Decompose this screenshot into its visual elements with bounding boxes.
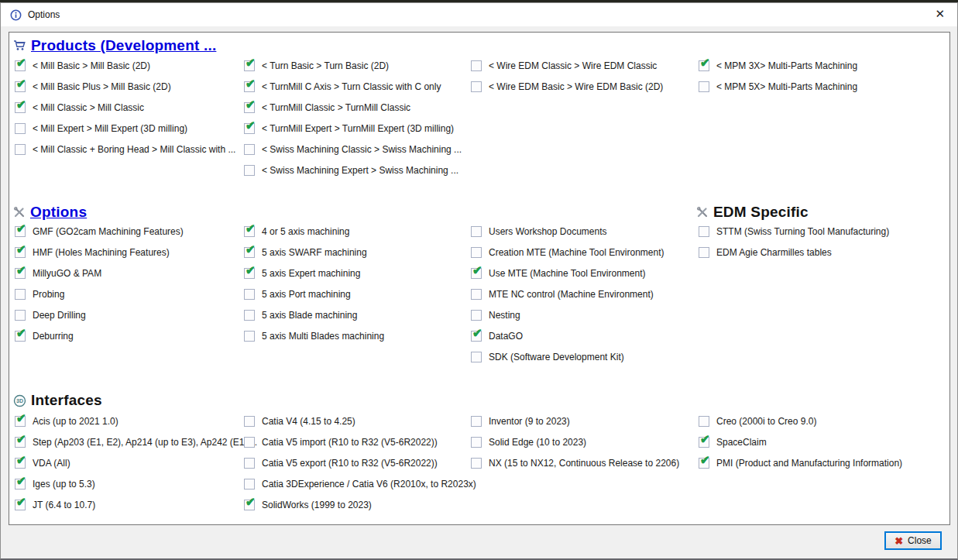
checkbox-row[interactable]: Iges (up to 5.3) (15, 473, 257, 494)
checkbox-checked[interactable] (471, 331, 482, 342)
checkbox-unchecked[interactable] (471, 289, 482, 300)
checkbox-row[interactable]: < MPM 5X> Multi-Parts Machining (699, 76, 857, 97)
checkbox-unchecked[interactable] (699, 416, 709, 427)
checkbox-checked[interactable] (15, 102, 26, 113)
checkbox-row[interactable]: Catia V4 (4.15 to 4.25) (244, 411, 476, 431)
checkbox-unchecked[interactable] (699, 226, 709, 237)
checkbox-unchecked[interactable] (15, 144, 26, 155)
checkbox-row[interactable]: DataGO (471, 325, 664, 346)
checkbox-row[interactable]: Creo (2000i to Creo 9.0) (699, 411, 902, 431)
checkbox-checked[interactable] (15, 331, 26, 342)
checkbox-checked[interactable] (244, 500, 255, 510)
checkbox-row[interactable]: Step (Ap203 (E1, E2), Ap214 (up to E3), … (15, 431, 257, 452)
checkbox-unchecked[interactable] (244, 479, 255, 490)
checkbox-unchecked[interactable] (244, 144, 255, 155)
checkbox-checked[interactable] (244, 81, 255, 92)
checkbox-unchecked[interactable] (244, 289, 255, 300)
checkbox-row[interactable]: 5 axis Expert machining (244, 263, 384, 283)
checkbox-row[interactable]: VDA (All) (15, 452, 257, 473)
checkbox-checked[interactable] (15, 458, 26, 469)
checkbox-row[interactable]: Nesting (471, 304, 664, 325)
checkbox-row[interactable]: Deburring (15, 325, 184, 346)
checkbox-unchecked[interactable] (471, 247, 482, 258)
checkbox-row[interactable]: < MPM 3X> Multi-Parts Machining (699, 55, 857, 76)
checkbox-row[interactable]: SpaceClaim (699, 431, 902, 452)
checkbox-checked[interactable] (15, 60, 26, 71)
checkbox-unchecked[interactable] (471, 352, 482, 362)
checkbox-row[interactable]: MillyuGO & PAM (15, 263, 184, 283)
checkbox-row[interactable]: STTM (Swiss Turning Tool Manufacturing) (699, 221, 889, 242)
options-title[interactable]: Options (30, 204, 87, 221)
checkbox-unchecked[interactable] (15, 289, 26, 300)
checkbox-checked[interactable] (244, 60, 255, 71)
checkbox-unchecked[interactable] (699, 247, 709, 258)
checkbox-unchecked[interactable] (244, 331, 255, 342)
checkbox-row[interactable]: < Wire EDM Classic > Wire EDM Classic (471, 55, 663, 76)
checkbox-checked[interactable] (15, 81, 26, 92)
checkbox-row[interactable]: PMI (Product and Manufacturing Informati… (699, 452, 902, 473)
checkbox-row[interactable]: 5 axis Blade machining (244, 304, 384, 325)
close-button[interactable]: ✖ Close (884, 531, 942, 550)
checkbox-row[interactable]: Solid Edge (10 to 2023) (471, 431, 679, 452)
checkbox-unchecked[interactable] (471, 310, 482, 321)
checkbox-unchecked[interactable] (471, 60, 482, 71)
checkbox-row[interactable]: < Mill Basic > Mill Basic (2D) (15, 55, 235, 76)
checkbox-row[interactable]: 5 axis Port machining (244, 283, 384, 304)
checkbox-row[interactable]: EDM Agie Charmilles tables (699, 242, 889, 263)
checkbox-checked[interactable] (699, 458, 709, 469)
checkbox-row[interactable]: < Mill Basic Plus > Mill Basic (2D) (15, 76, 235, 97)
checkbox-checked[interactable] (244, 102, 255, 113)
checkbox-checked[interactable] (15, 500, 26, 510)
checkbox-row[interactable]: < Turn Basic > Turn Basic (2D) (244, 55, 462, 76)
checkbox-unchecked[interactable] (471, 458, 482, 469)
checkbox-checked[interactable] (244, 268, 255, 279)
checkbox-checked[interactable] (699, 437, 709, 448)
checkbox-row[interactable]: < TurnMill Expert > TurnMill Expert (3D … (244, 118, 462, 139)
checkbox-checked[interactable] (15, 268, 26, 279)
checkbox-unchecked[interactable] (699, 81, 709, 92)
checkbox-row[interactable]: 4 or 5 axis machining (244, 221, 384, 242)
checkbox-checked[interactable] (471, 268, 482, 279)
checkbox-row[interactable]: < Wire EDM Basic > Wire EDM Basic (2D) (471, 76, 663, 97)
checkbox-row[interactable]: Creation MTE (Machine Tool Environment) (471, 242, 664, 263)
checkbox-row[interactable]: < Swiss Machining Classic > Swiss Machin… (244, 139, 462, 160)
checkbox-checked[interactable] (15, 226, 26, 237)
checkbox-row[interactable]: Catia V5 import (R10 to R32 (V5-6R2022)) (244, 431, 476, 452)
checkbox-unchecked[interactable] (244, 165, 255, 176)
checkbox-checked[interactable] (15, 247, 26, 258)
checkbox-row[interactable]: SolidWorks (1999 to 2023) (244, 494, 476, 515)
checkbox-unchecked[interactable] (471, 226, 482, 237)
checkbox-row[interactable]: HMF (Holes Machining Features) (15, 242, 184, 263)
checkbox-row[interactable]: MTE NC control (Machine Environment) (471, 283, 664, 304)
checkbox-unchecked[interactable] (15, 123, 26, 134)
checkbox-row[interactable]: 5 axis Multi Blades machining (244, 325, 384, 346)
checkbox-unchecked[interactable] (15, 310, 26, 321)
checkbox-checked[interactable] (15, 416, 26, 427)
checkbox-row[interactable]: Inventor (9 to 2023) (471, 411, 679, 431)
checkbox-row[interactable]: Users Workshop Documents (471, 221, 664, 242)
checkbox-unchecked[interactable] (244, 310, 255, 321)
products-title[interactable]: Products (Development ... (31, 37, 216, 54)
checkbox-row[interactable]: < TurnMill Classic > TurnMill Classic (244, 97, 462, 118)
checkbox-checked[interactable] (244, 247, 255, 258)
checkbox-row[interactable]: Probing (15, 283, 184, 304)
checkbox-row[interactable]: JT (6.4 to 10.7) (15, 494, 257, 515)
checkbox-checked[interactable] (699, 60, 709, 71)
checkbox-unchecked[interactable] (244, 416, 255, 427)
checkbox-row[interactable]: < Mill Expert > Mill Expert (3D milling) (15, 118, 235, 139)
checkbox-unchecked[interactable] (244, 437, 255, 448)
checkbox-row[interactable]: Acis (up to 2021 1.0) (15, 411, 257, 431)
checkbox-row[interactable]: Use MTE (Machine Tool Environment) (471, 263, 664, 283)
checkbox-checked[interactable] (15, 479, 26, 490)
titlebar-close-icon[interactable]: ✕ (935, 8, 945, 19)
checkbox-unchecked[interactable] (244, 458, 255, 469)
checkbox-row[interactable]: Deep Drilling (15, 304, 184, 325)
checkbox-checked[interactable] (244, 123, 255, 134)
checkbox-unchecked[interactable] (471, 81, 482, 92)
checkbox-unchecked[interactable] (471, 416, 482, 427)
checkbox-checked[interactable] (244, 226, 255, 237)
checkbox-row[interactable]: < Mill Classic + Boring Head > Mill Clas… (15, 139, 235, 160)
checkbox-row[interactable]: SDK (Software Development Kit) (471, 346, 664, 367)
checkbox-row[interactable]: Catia 3DExperience / Catia V6 (R2010x, t… (244, 473, 476, 494)
checkbox-row[interactable]: 5 axis SWARF machining (244, 242, 384, 263)
